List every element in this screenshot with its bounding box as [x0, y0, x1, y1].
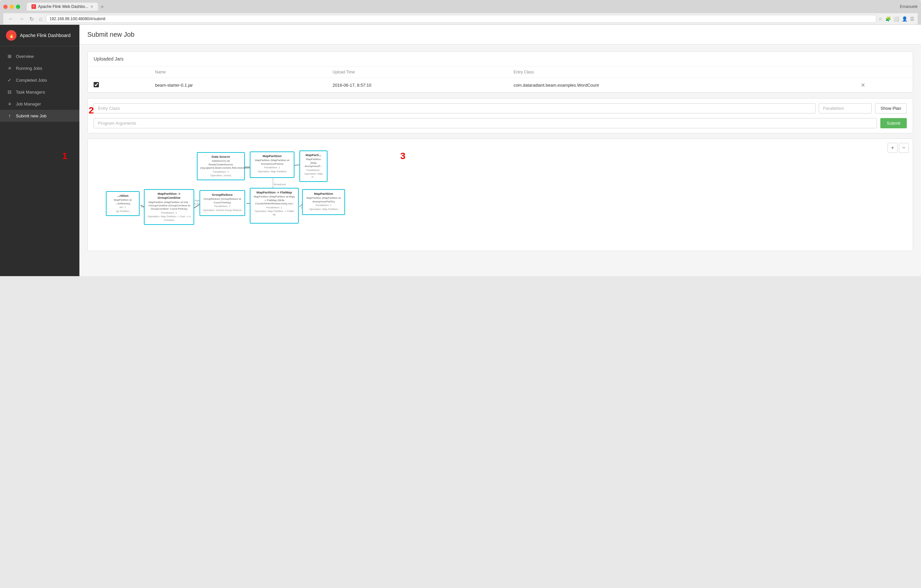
user-account-icon[interactable]: 👤: [902, 16, 908, 21]
node-partial-left: ...rtition MapPartition at ...actWords))…: [106, 191, 140, 216]
node-subtitle: MapPartition (MapPartition at Map) -> Fl…: [253, 195, 295, 205]
jar-checkbox[interactable]: [94, 82, 99, 87]
uploaded-jars-header: Uploaded Jars: [88, 52, 913, 67]
node-subtitle: DataSource (at Read(CreateSource)(org.ap…: [200, 159, 241, 170]
plan-visualization-card: + −: [87, 138, 913, 251]
job-manager-icon: ≡: [7, 101, 13, 107]
node-parallelism: Parallelism: 1: [253, 166, 291, 169]
screenshot-icon[interactable]: ⬜: [893, 16, 899, 21]
sidebar-item-label: Task Managers: [16, 89, 45, 94]
node-operation: ap Partition: [109, 210, 136, 213]
node-data-source: Data Source DataSource (at Read(CreateSo…: [197, 152, 245, 180]
url-text: 192.168.99.100:48080/#/submit: [50, 16, 106, 21]
close-button[interactable]: [3, 5, 8, 9]
bookmark-icon[interactable]: ☆: [878, 16, 883, 21]
table-row: beam-starter-0.1.jar 2016-06-17, 8:57:10…: [88, 78, 913, 93]
node-subtitle: MapPartition (Map AnonymousP...: [303, 158, 324, 168]
sidebar-item-job-manager[interactable]: ≡ Job Manager: [0, 98, 80, 110]
node-parallelism: am: 1: [109, 206, 136, 209]
node-title: MapPartition: [253, 154, 291, 158]
minimize-button[interactable]: [10, 5, 14, 9]
entry-class-input[interactable]: [94, 103, 815, 114]
node-subtitle: MapPartition (MapPartition at AnonymousP…: [305, 197, 342, 203]
sidebar-navigation: ⊞ Overview ≡ Running Jobs ✓ Completed Jo…: [0, 46, 80, 126]
sidebar-item-running-jobs[interactable]: ≡ Running Jobs: [0, 62, 80, 74]
extensions-icon[interactable]: 🧩: [885, 16, 891, 21]
parallelism-input[interactable]: [819, 103, 872, 114]
zoom-in-button[interactable]: +: [888, 143, 898, 153]
form-main-row: Show Plan: [88, 99, 913, 118]
user-label: Emanuele: [900, 4, 918, 9]
show-plan-button[interactable]: Show Plan: [875, 103, 907, 114]
new-tab-button[interactable]: +: [98, 4, 107, 11]
node-title: MapParti...: [303, 153, 324, 157]
sidebar-item-label: Overview: [16, 54, 34, 59]
forward-button[interactable]: →: [17, 15, 26, 23]
menu-icon[interactable]: ☰: [910, 16, 914, 21]
sidebar-logo: 🔥 Apache Flink Dashboard: [0, 25, 80, 46]
sidebar-item-overview[interactable]: ⊞ Overview: [0, 50, 80, 62]
uploaded-jars-card: Uploaded Jars Name Upload Time Entry Cla…: [87, 51, 913, 93]
browser-tab[interactable]: F Apache Flink Web Dashbo... ✕: [27, 3, 98, 11]
submit-job-icon: ↑: [7, 113, 13, 119]
sidebar-item-task-managers[interactable]: ⊟ Task Managers: [0, 86, 80, 98]
node-title: Data Source: [200, 155, 241, 159]
node-title: MapPartition -> GroupCombine: [147, 192, 191, 200]
node-subtitle: GroupReduce (GroupReduce at Count.PerKey…: [203, 197, 242, 205]
node-map-partition-flatmap: MapPartition -> FlatMap MapPartition (Ma…: [250, 188, 299, 224]
jar-upload-time: 2016-06-17, 8:57:10: [327, 78, 508, 93]
node-operation: Operation: Map Partition -> FlatM ap: [253, 210, 295, 217]
node-operation: Operation: Map Partition -> Sort -> d Co…: [147, 215, 191, 222]
node-subtitle: MapPartition (MapPartition at AnonymousP…: [253, 159, 291, 166]
sidebar-item-submit-new-job[interactable]: ↑ Submit new Job: [0, 110, 80, 122]
node-map-partition-groupcombine: MapPartition -> GroupCombine MapPartitio…: [144, 189, 194, 225]
col-entry-class: Entry Class: [508, 67, 855, 78]
node-parallelism: Parallelism: 1: [253, 206, 295, 210]
node-operation: Operation: Map Partition: [305, 208, 342, 211]
node-group-reduce: GroupReduce GroupReduce (GroupReduce at …: [200, 190, 245, 216]
jar-name: beam-starter-0.1.jar: [149, 78, 327, 93]
jar-delete-cell[interactable]: ✕: [855, 78, 913, 93]
logo-icon: 🔥: [6, 30, 16, 41]
node-subtitle: MapPartition at ...actWords)): [109, 198, 136, 205]
col-name: Name: [149, 67, 327, 78]
col-upload-time: Upload Time: [327, 67, 508, 78]
node-map-partition-final: MapPartition MapPartition (MapPartition …: [302, 189, 345, 215]
tab-close-button[interactable]: ✕: [90, 5, 93, 9]
zoom-out-button[interactable]: −: [899, 143, 909, 153]
jar-delete-button[interactable]: ✕: [861, 82, 865, 88]
flow-diagram: Broadcast Hash Partition on [0], Sort on…: [88, 139, 913, 251]
maximize-button[interactable]: [16, 5, 20, 9]
col-checkbox: [88, 67, 149, 78]
running-jobs-icon: ≡: [7, 65, 13, 71]
plan-controls: + −: [888, 143, 909, 153]
node-subtitle: MapPartition (MapPartition at Init) ->Gr…: [147, 201, 191, 211]
node-operation: Operation: (none): [200, 174, 241, 177]
node-parallelism: Parallelism:: [303, 169, 324, 172]
sidebar-item-completed-jobs[interactable]: ✓ Completed Jobs: [0, 74, 80, 86]
sidebar-logo-text: Apache Flink Dashboard: [20, 33, 70, 38]
address-bar[interactable]: 192.168.99.100:48080/#/submit: [46, 15, 876, 23]
page-header: Submit new Job: [80, 25, 921, 45]
submit-button[interactable]: Submit: [880, 118, 907, 128]
node-parallelism: Parallelism: 1: [147, 211, 191, 214]
sidebar-item-label: Submit new Job: [16, 114, 47, 119]
back-button[interactable]: ←: [7, 15, 15, 23]
jar-checkbox-cell[interactable]: [88, 78, 149, 93]
node-title: ...rtition: [109, 194, 136, 198]
node-title: GroupReduce: [203, 193, 242, 197]
tab-title: Apache Flink Web Dashbo...: [38, 4, 88, 9]
sidebar-item-label: Job Manager: [16, 102, 41, 107]
jar-entry-class: com.dataradiant.beam.examples.WordCount: [508, 78, 855, 93]
node-parallelism: Parallelism: 1: [200, 170, 241, 174]
node-operation: Operation: Map Partition: [253, 170, 291, 173]
overview-icon: ⊞: [7, 54, 13, 59]
reload-button[interactable]: ↻: [28, 15, 36, 23]
home-button[interactable]: ⌂: [37, 15, 44, 23]
job-form-card: Show Plan Submit: [87, 98, 913, 133]
page-body: Uploaded Jars Name Upload Time Entry Cla…: [80, 45, 921, 276]
node-title: MapPartition: [305, 192, 342, 196]
col-actions: [855, 67, 913, 78]
node-operation: Operation: Sorted Group Reduce: [203, 209, 242, 212]
program-args-input[interactable]: [94, 118, 877, 128]
